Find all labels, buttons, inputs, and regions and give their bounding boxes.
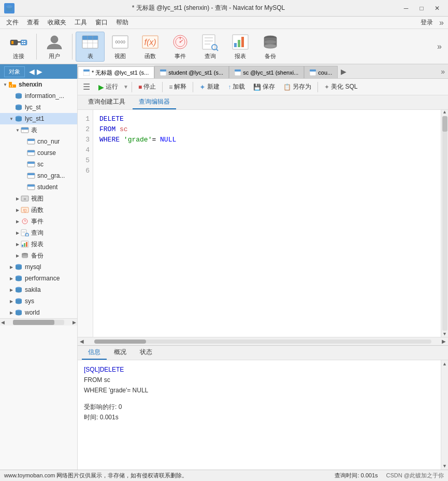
tree-item-sakila[interactable]: sakila [0, 284, 77, 295]
toolbar-backup-button[interactable]: 备份 [256, 32, 285, 62]
sub-tab-create-tool[interactable]: 查询创建工具 [82, 95, 132, 109]
tree-item-lyc_st[interactable]: lyc_st [0, 102, 77, 113]
result-tab-profile[interactable]: 概况 [108, 346, 133, 360]
arrow-tables [15, 128, 21, 133]
result-panel: 信息 概况 状态 [SQL]DELETE FROM sc WHERE 'grad… [78, 345, 448, 470]
toolbar-expand-icon[interactable]: » [435, 40, 444, 53]
toolbar-event-button[interactable]: 事件 [166, 32, 195, 62]
toolbar-user-button[interactable]: 用户 [40, 32, 69, 62]
toolbar-function-button[interactable]: f(x) 函数 [136, 32, 165, 62]
load-button[interactable]: ↑ 加载 [225, 81, 248, 92]
window-title: * 无标题 @lyc_st1 (shenxin) - 查询 - Navicat … [18, 4, 399, 12]
tree-item-world[interactable]: world [0, 307, 77, 318]
editor-vscroll[interactable]: ▲ ▼ [441, 110, 448, 337]
tree-item-views[interactable]: ∞ 视图 [0, 193, 77, 204]
h-scroll-left-icon[interactable]: ◀ [78, 337, 86, 346]
result-vscroll-up[interactable]: ▲ [441, 360, 448, 367]
run-dropdown-icon[interactable]: ▼ [123, 84, 128, 90]
tree-item-backups[interactable]: 备份 [0, 250, 77, 261]
tab-student[interactable]: student @lyc_st1 (s... [154, 66, 229, 78]
main-toolbar: 连接 用户 表 [0, 29, 448, 64]
hamburger-icon[interactable]: ☰ [80, 81, 93, 93]
views-label: 视图 [31, 194, 44, 203]
svg-point-0 [6, 5, 12, 8]
tree-item-funcs[interactable]: f() 函数 [0, 204, 77, 216]
tree-item-sys[interactable]: sys [0, 295, 77, 307]
tree-item-tables-group[interactable]: 表 [0, 124, 77, 136]
tree-item-performance[interactable]: performance [0, 273, 77, 284]
objects-button[interactable]: 对象 [4, 66, 25, 77]
menu-tools[interactable]: 工具 [70, 17, 91, 28]
tab-more-button[interactable]: ▶ [338, 67, 350, 76]
run-button[interactable]: ▶ 运行 [95, 81, 121, 92]
menu-help[interactable]: 帮助 [112, 17, 133, 28]
vscroll-track [442, 116, 447, 331]
sidebar-bottom-scroll[interactable]: ◀ ▶ [0, 318, 77, 326]
tree-item-events[interactable]: 事件 [0, 216, 77, 227]
code-editor[interactable]: DELETE FROM sc WHERE 'grade'= NULL [93, 110, 441, 337]
vscroll-up-icon[interactable]: ▲ [443, 110, 446, 115]
toolbar-connect-button[interactable]: 连接 [4, 32, 33, 62]
explain-button[interactable]: ≡ 解释 [166, 81, 190, 92]
tab-cou[interactable]: cou... [304, 66, 338, 78]
sidebar-prev-icon[interactable]: ◀ [29, 67, 35, 76]
sub-tab-editor[interactable]: 查询编辑器 [133, 95, 176, 109]
svg-rect-50 [27, 139, 35, 141]
tree-item-shenxin[interactable]: shenxin [0, 79, 77, 90]
h-scroll-bar[interactable]: ◀ ▶ [78, 337, 448, 345]
sidebar: 对象 ◀ ▶ shenxin information_... [0, 64, 78, 470]
tab-sc[interactable]: sc @lyc_st1 (shenxi... [229, 66, 304, 78]
sidebar-scroll-left[interactable]: ◀ [0, 320, 6, 325]
menu-login[interactable]: 登录 [416, 17, 437, 28]
sidebar-scroll-track[interactable] [13, 320, 64, 325]
toolbar-view-button[interactable]: ∞∞ 视图 [106, 32, 135, 62]
vscroll-down-icon[interactable]: ▼ [443, 332, 446, 337]
result-tab-info[interactable]: 信息 [82, 346, 107, 360]
minimize-button[interactable]: ─ [399, 3, 413, 13]
qtb-sep-2 [162, 82, 163, 92]
menu-window[interactable]: 窗口 [91, 17, 112, 28]
h-scroll-track[interactable] [94, 339, 431, 344]
course-label: course [37, 149, 56, 157]
close-button[interactable]: ✕ [430, 3, 444, 13]
editor-area[interactable]: 1 2 3 4 5 6 DELETE FROM sc WHERE 'grade'… [78, 110, 448, 337]
toolbar-report-button[interactable]: 报表 [226, 32, 255, 62]
kw-from: FROM [99, 125, 115, 133]
menu-file[interactable]: 文件 [2, 17, 23, 28]
h-scroll-right-icon[interactable]: ▶ [440, 337, 448, 346]
arrow-world [8, 310, 15, 315]
beautify-button[interactable]: ✦ 美化 SQL [321, 81, 360, 92]
toolbar-query-button[interactable]: 查询 [196, 32, 225, 62]
tree-item-queries[interactable]: 查询 [0, 227, 77, 238]
new-button[interactable]: ✦ 新建 [196, 81, 223, 92]
result-tab-status[interactable]: 状态 [134, 346, 158, 360]
result-vscroll[interactable]: ▲ ▼ [441, 360, 448, 470]
stop-button[interactable]: ■ 停止 [135, 81, 159, 92]
tab-expand-icon[interactable]: » [438, 67, 448, 76]
tree-item-student[interactable]: student [0, 181, 77, 193]
save-button[interactable]: 💾 保存 [250, 81, 278, 92]
sidebar-next-icon[interactable]: ▶ [37, 67, 42, 76]
toolbar-table-button[interactable]: 表 [76, 32, 105, 62]
tree-item-sc[interactable]: sc [0, 159, 77, 170]
tree-item-sno_gra[interactable]: sno_gra... [0, 170, 77, 181]
sidebar-scroll-right[interactable]: ▶ [71, 320, 77, 325]
queries-label: 查询 [31, 229, 44, 237]
tab-table-icon-student [160, 69, 166, 76]
result-vscroll-down[interactable]: ▼ [441, 462, 448, 470]
save-as-button[interactable]: 📋 另存为 [280, 81, 314, 92]
maximize-button[interactable]: □ [415, 3, 428, 13]
tree-item-reports[interactable]: 报表 [0, 238, 77, 250]
explain-label: 解释 [174, 82, 186, 91]
menu-view[interactable]: 查看 [23, 17, 44, 28]
user-icon [45, 33, 64, 51]
tree-item-mysql[interactable]: mysql [0, 261, 77, 273]
tree-item-lyc_st1[interactable]: lyc_st1 [0, 113, 77, 124]
menu-favorites[interactable]: 收藏夹 [44, 17, 70, 28]
menu-expand-icon[interactable]: » [437, 16, 446, 30]
tab-untitled[interactable]: * 无标题 @lyc_st1 (s... [78, 66, 154, 79]
tree-item-cno_nur[interactable]: cno_nur [0, 136, 77, 147]
tree-item-information[interactable]: information_... [0, 90, 77, 102]
tree-item-course[interactable]: course [0, 147, 77, 159]
svg-rect-56 [27, 173, 35, 175]
